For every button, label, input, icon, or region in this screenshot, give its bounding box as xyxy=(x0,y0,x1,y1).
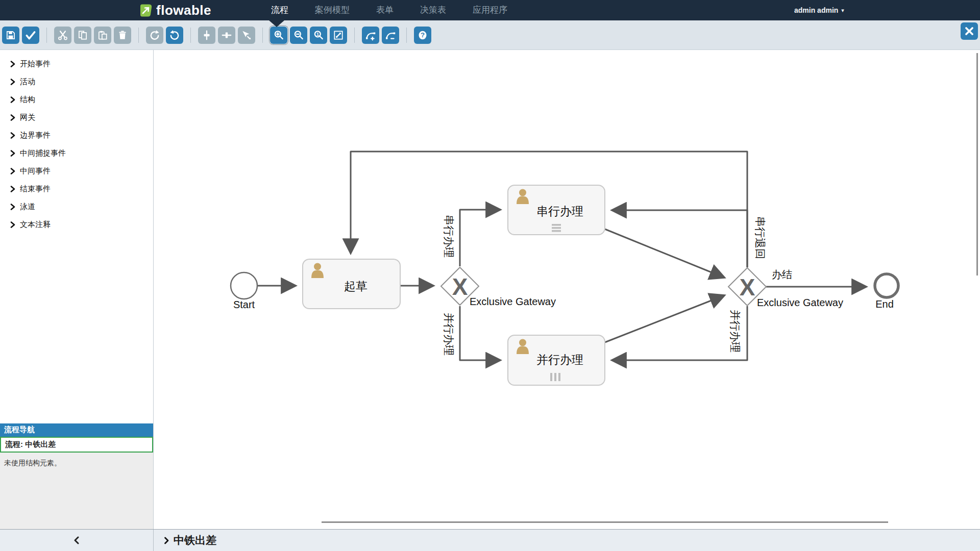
paste-icon xyxy=(97,30,108,41)
cut-button[interactable] xyxy=(54,27,71,44)
navigator-current-process[interactable]: 流程: 中铁出差 xyxy=(0,437,153,453)
chevron-right-icon xyxy=(10,168,15,174)
flowable-logo[interactable]: flowable xyxy=(139,0,211,20)
start-event[interactable]: Start xyxy=(231,272,257,310)
flow-gateway1-to-parallel[interactable] xyxy=(460,306,500,360)
breadcrumb: 中铁出差 xyxy=(154,530,980,551)
gateway1-label: Exclusive Gateway xyxy=(470,296,556,307)
flow-gateway1-to-serial[interactable] xyxy=(460,210,500,266)
help-button[interactable]: ? xyxy=(414,27,431,44)
chevron-right-icon xyxy=(10,114,15,121)
navigator-header: 流程导航 xyxy=(0,423,153,437)
nav-tab-case[interactable]: 案例模型 xyxy=(302,0,363,20)
align-vertical-button[interactable] xyxy=(198,27,215,44)
palette-group-7[interactable]: 结束事件 xyxy=(0,180,153,198)
nav-tab-form[interactable]: 表单 xyxy=(363,0,407,20)
chevron-right-icon xyxy=(10,61,15,67)
same-size-button[interactable] xyxy=(238,27,255,44)
user-task-draft[interactable]: 起草 xyxy=(303,259,400,309)
undo-button[interactable] xyxy=(166,27,183,44)
chevron-right-icon xyxy=(10,150,15,157)
zoomout-icon xyxy=(293,30,304,41)
end-event[interactable]: End xyxy=(875,274,898,310)
toolbar-separator xyxy=(262,28,263,43)
main-nav: 流程案例模型表单决策表应用程序 xyxy=(258,0,521,20)
delete-button[interactable] xyxy=(114,27,131,44)
sequence-flows[interactable] xyxy=(257,152,866,360)
flow-parallel-to-gateway2[interactable] xyxy=(605,295,724,342)
zoomfit-icon xyxy=(333,30,344,41)
save-button[interactable] xyxy=(2,27,19,44)
chevron-right-icon xyxy=(10,96,15,103)
bottom-bar: 中铁出差 xyxy=(0,529,980,551)
collapse-sidebar-button[interactable] xyxy=(0,530,154,551)
user-task-serial[interactable]: 串行办理 xyxy=(508,185,605,235)
align-horizontal-button[interactable] xyxy=(218,27,235,44)
shape-palette: 开始事件活动结构网关边界事件中间捕捉事件中间事件结束事件泳道文本注释 xyxy=(0,50,153,234)
zoom-actual-button[interactable]: 1 xyxy=(310,27,327,44)
process-title[interactable]: 中铁出差 xyxy=(174,533,216,547)
check-icon xyxy=(25,30,36,41)
palette-group-label: 文本注释 xyxy=(20,220,51,230)
copy-button[interactable] xyxy=(74,27,91,44)
validate-button[interactable] xyxy=(22,27,39,44)
chevron-right-icon xyxy=(10,132,15,139)
exclusive-gateway-1[interactable]: X Exclusive Gateway xyxy=(441,267,556,307)
chevron-right-icon xyxy=(10,204,15,210)
logo-text: flowable xyxy=(156,3,211,18)
flow-gateway2-return-parallel[interactable] xyxy=(612,306,747,360)
alignv-icon xyxy=(201,30,212,41)
nav-tab-process[interactable]: 流程 xyxy=(258,0,302,20)
palette-group-2[interactable]: 结构 xyxy=(0,91,153,109)
zoom-fit-button[interactable] xyxy=(330,27,347,44)
palette-group-label: 结束事件 xyxy=(20,184,51,194)
toolbar-separator xyxy=(406,28,407,43)
flow-label-parallel-return: 并行办理 xyxy=(729,310,741,353)
add-bendpoint-button[interactable] xyxy=(362,27,379,44)
palette-group-9[interactable]: 文本注释 xyxy=(0,216,153,234)
palette-group-3[interactable]: 网关 xyxy=(0,109,153,127)
close-icon xyxy=(964,26,975,37)
user-task-parallel-label: 并行办理 xyxy=(536,353,583,366)
palette-group-1[interactable]: 活动 xyxy=(0,73,153,91)
save-icon xyxy=(5,30,16,41)
redo-icon xyxy=(149,30,160,41)
nav-tab-decision[interactable]: 决策表 xyxy=(407,0,459,20)
palette-group-8[interactable]: 泳道 xyxy=(0,198,153,216)
svg-text:?: ? xyxy=(421,31,425,39)
palette-group-4[interactable]: 边界事件 xyxy=(0,127,153,144)
flow-label-to-parallel: 并行办理 xyxy=(443,313,455,356)
palette-group-label: 泳道 xyxy=(20,202,35,212)
chevron-right-icon xyxy=(164,537,169,544)
samesize-icon xyxy=(241,30,252,41)
zoomactual-icon: 1 xyxy=(313,30,324,41)
remove-bendpoint-button[interactable] xyxy=(382,27,399,44)
palette-group-label: 网关 xyxy=(20,113,35,122)
bendremove-icon xyxy=(385,30,396,41)
flow-serial-to-gateway2[interactable] xyxy=(605,229,724,278)
palette-group-0[interactable]: 开始事件 xyxy=(0,55,153,73)
zoom-in-button[interactable] xyxy=(270,27,287,44)
top-navbar: flowable 流程案例模型表单决策表应用程序 admin admin ▾ xyxy=(0,0,980,20)
editor-toolbar: 1? xyxy=(0,20,980,50)
toolbar-separator xyxy=(138,28,139,43)
paste-button[interactable] xyxy=(94,27,111,44)
chevron-right-icon xyxy=(10,79,15,85)
horizontal-scrollbar[interactable] xyxy=(322,521,888,523)
palette-group-label: 中间事件 xyxy=(20,166,51,176)
user-menu[interactable]: admin admin ▾ xyxy=(794,0,844,20)
flow-label-serial-return: 串行退回 xyxy=(754,216,766,259)
palette-group-5[interactable]: 中间捕捉事件 xyxy=(0,144,153,162)
vertical-scrollbar[interactable] xyxy=(976,53,978,276)
zoom-out-button[interactable] xyxy=(290,27,307,44)
close-editor-button[interactable] xyxy=(961,22,978,40)
toolbar-separator xyxy=(190,28,191,43)
alignh-icon xyxy=(221,30,232,41)
user-task-parallel[interactable]: 并行办理 xyxy=(508,335,605,385)
redo-button[interactable] xyxy=(146,27,163,44)
nav-tab-app[interactable]: 应用程序 xyxy=(459,0,521,20)
help-icon: ? xyxy=(417,30,428,41)
caret-down-icon: ▾ xyxy=(841,7,844,14)
palette-group-6[interactable]: 中间事件 xyxy=(0,162,153,180)
toolbar-separator xyxy=(354,28,355,43)
